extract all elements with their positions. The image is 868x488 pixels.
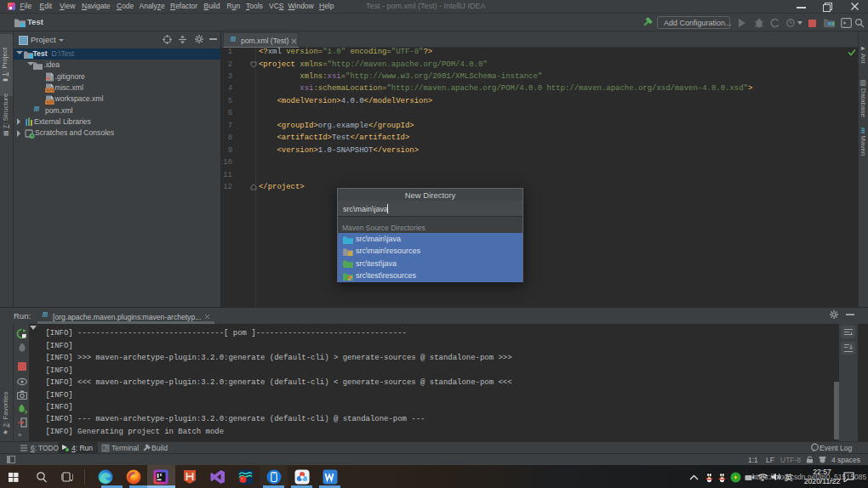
- svg-text:</>: </>: [47, 100, 54, 105]
- svg-text:</>: </>: [47, 88, 54, 93]
